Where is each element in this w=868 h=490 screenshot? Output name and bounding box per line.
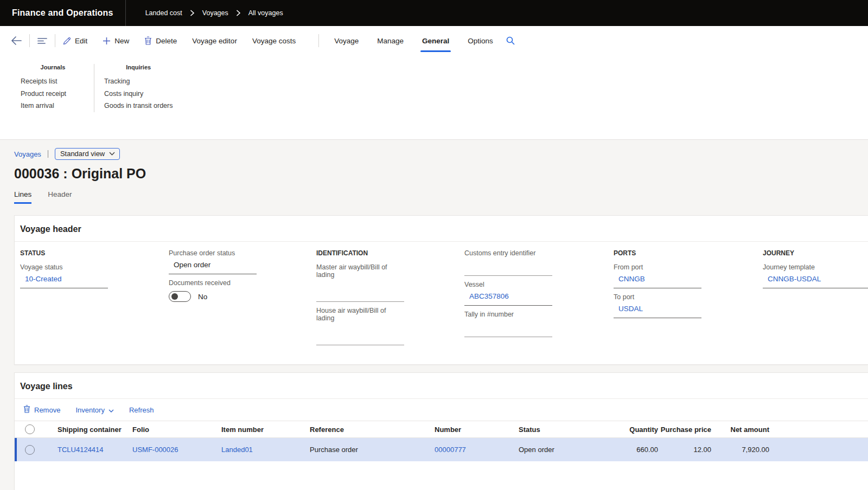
col-net-amount[interactable]: Net amount bbox=[711, 425, 769, 434]
cell-status: Open order bbox=[519, 446, 606, 454]
col-quantity[interactable]: Quantity bbox=[606, 425, 658, 434]
from-port-value[interactable]: CNNGB bbox=[614, 274, 701, 288]
command-bar: Edit New Delete Voyage editor Voyage cos… bbox=[0, 26, 868, 55]
house-awb-value[interactable] bbox=[316, 325, 404, 345]
col-number[interactable]: Number bbox=[435, 425, 519, 434]
voyage-lines-header-row: Shipping container Folio Item number Ref… bbox=[15, 421, 868, 438]
customs-entry-value[interactable] bbox=[464, 260, 552, 276]
breadcrumb-all-voyages[interactable]: All voyages bbox=[248, 9, 283, 17]
refresh-label: Refresh bbox=[129, 406, 154, 414]
select-all-radio[interactable] bbox=[25, 424, 35, 434]
breadcrumb-landed-cost[interactable]: Landed cost bbox=[145, 9, 182, 17]
menu-item-costs-inquiry[interactable]: Costs inquiry bbox=[104, 88, 173, 100]
to-port-value[interactable]: USDAL bbox=[614, 304, 701, 318]
tab-lines[interactable]: Lines bbox=[14, 190, 31, 204]
identification-group-heading: IDENTIFICATION bbox=[316, 249, 464, 263]
master-awb-field: Master air waybill/Bill of lading bbox=[316, 263, 404, 302]
documents-received-toggle-row: No bbox=[169, 291, 257, 302]
chevron-right-icon bbox=[190, 10, 195, 16]
inventory-dropdown[interactable]: Inventory bbox=[75, 406, 113, 414]
tally-field: Tally in #number bbox=[464, 311, 552, 337]
tab-voyage[interactable]: Voyage bbox=[334, 34, 359, 48]
tab-manage[interactable]: Manage bbox=[377, 34, 404, 48]
tally-label: Tally in #number bbox=[464, 311, 552, 318]
documents-received-label: Documents received bbox=[169, 279, 257, 287]
delete-button[interactable]: Delete bbox=[144, 36, 177, 45]
to-port-label: To port bbox=[614, 293, 701, 301]
voyage-costs-button[interactable]: Voyage costs bbox=[252, 37, 296, 45]
vessel-field: Vessel ABC357806 bbox=[464, 281, 552, 306]
cell-reference: Purchase order bbox=[310, 446, 435, 454]
col-status[interactable]: Status bbox=[519, 425, 606, 434]
top-app-bar: Finance and Operations Landed cost Voyag… bbox=[0, 0, 868, 26]
voyage-header-card: Voyage header STATUS Voyage status 10-Cr… bbox=[14, 215, 868, 365]
cell-quantity: 660.00 bbox=[606, 446, 658, 454]
purchase-order-status-value[interactable]: Open order bbox=[169, 260, 257, 274]
customs-entry-label: Customs entry identifier bbox=[464, 249, 552, 257]
breadcrumb: Landed cost Voyages All voyages bbox=[145, 9, 283, 17]
tally-value[interactable] bbox=[464, 321, 552, 337]
divider bbox=[55, 34, 55, 47]
tab-header[interactable]: Header bbox=[48, 190, 72, 204]
search-icon[interactable] bbox=[506, 36, 515, 45]
voyage-lines-toolbar: Remove Inventory Refresh bbox=[15, 399, 868, 421]
voyage-status-field: Voyage status 10-Created bbox=[20, 263, 108, 288]
edit-button[interactable]: Edit bbox=[63, 37, 87, 45]
to-port-field: To port USDAL bbox=[614, 293, 701, 318]
cell-item-number[interactable]: Landed01 bbox=[221, 446, 310, 454]
cell-shipping-container[interactable]: TCLU4124414 bbox=[58, 446, 132, 454]
refresh-button[interactable]: Refresh bbox=[129, 406, 154, 414]
journey-template-value[interactable]: CNNGB-USDAL bbox=[763, 274, 868, 288]
voyage-status-value[interactable]: 10-Created bbox=[20, 274, 108, 288]
journey-template-label: Journey template bbox=[763, 263, 868, 271]
col-folio[interactable]: Folio bbox=[132, 425, 221, 434]
col-shipping-container[interactable]: Shipping container bbox=[58, 425, 132, 434]
house-awb-field: House air waybill/Bill of lading bbox=[316, 307, 404, 345]
master-awb-value[interactable] bbox=[316, 281, 404, 302]
ribbon-tab-strip: Voyage Manage General Options bbox=[334, 34, 493, 48]
app-title[interactable]: Finance and Operations bbox=[0, 8, 125, 18]
back-button[interactable] bbox=[11, 36, 22, 45]
table-row[interactable]: TCLU4124414 USMF-000026 Landed01 Purchas… bbox=[15, 438, 868, 461]
col-item-number[interactable]: Item number bbox=[221, 425, 310, 434]
menu-item-product-receipt[interactable]: Product receipt bbox=[21, 88, 85, 100]
inventory-label: Inventory bbox=[75, 406, 104, 414]
customs-vessel-column: Customs entry identifier Vessel ABC35780… bbox=[464, 249, 614, 350]
voyages-list-link[interactable]: Voyages bbox=[14, 150, 41, 158]
divider bbox=[48, 150, 48, 158]
voyage-lines-card-title: Voyage lines bbox=[15, 373, 868, 399]
divider bbox=[318, 34, 319, 47]
page-title: 000036 : Original PO bbox=[14, 166, 868, 182]
page-tab-strip: Lines Header bbox=[14, 190, 868, 204]
vessel-value[interactable]: ABC357806 bbox=[464, 291, 552, 306]
documents-received-toggle[interactable] bbox=[169, 291, 191, 302]
new-button[interactable]: New bbox=[103, 37, 129, 45]
cell-purchase-price: 12.00 bbox=[658, 446, 711, 454]
divider bbox=[29, 34, 30, 47]
voyage-editor-label: Voyage editor bbox=[192, 37, 237, 45]
menu-item-item-arrival[interactable]: Item arrival bbox=[21, 100, 85, 112]
voyage-editor-button[interactable]: Voyage editor bbox=[192, 37, 237, 45]
breadcrumb-voyages[interactable]: Voyages bbox=[202, 9, 228, 17]
edit-label: Edit bbox=[75, 37, 87, 45]
remove-button[interactable]: Remove bbox=[23, 405, 60, 415]
master-awb-label: Master air waybill/Bill of lading bbox=[316, 263, 404, 279]
menu-item-goods-in-transit[interactable]: Goods in transit orders bbox=[104, 100, 173, 112]
cell-number[interactable]: 00000777 bbox=[435, 446, 519, 454]
ports-column: PORTS From port CNNGB To port USDAL bbox=[614, 249, 763, 350]
tab-options[interactable]: Options bbox=[468, 34, 493, 48]
col-purchase-price[interactable]: Purchase price bbox=[658, 425, 711, 434]
row-select-radio[interactable] bbox=[25, 445, 35, 455]
po-status-column: Purchase order status Open order Documen… bbox=[169, 249, 316, 350]
menu-item-receipts-list[interactable]: Receipts list bbox=[21, 75, 85, 88]
tab-general[interactable]: General bbox=[422, 34, 449, 48]
voyage-lines-card: Voyage lines Remove Inventory Refresh Sh… bbox=[14, 372, 868, 490]
view-selector-dropdown[interactable]: Standard view bbox=[55, 148, 120, 160]
journey-column: JOURNEY Journey template CNNGB-USDAL bbox=[763, 249, 868, 350]
menu-item-tracking[interactable]: Tracking bbox=[104, 75, 173, 88]
menu-lines-icon[interactable] bbox=[37, 37, 47, 44]
cell-folio[interactable]: USMF-000026 bbox=[132, 446, 221, 454]
documents-received-field: Documents received No bbox=[169, 279, 257, 302]
purchase-order-status-field: Purchase order status Open order bbox=[169, 249, 257, 274]
col-reference[interactable]: Reference bbox=[310, 425, 435, 434]
